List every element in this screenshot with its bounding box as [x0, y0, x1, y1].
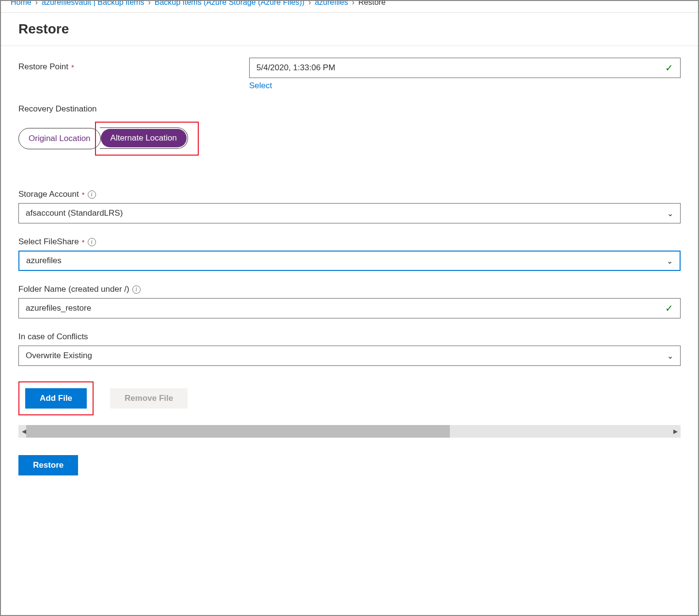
highlight-alternate-location: Alternate Location [95, 122, 199, 156]
highlight-add-file: Add File [18, 381, 94, 415]
storage-account-label: Storage Account [18, 190, 79, 199]
recovery-destination-label: Recovery Destination [18, 104, 681, 114]
folder-name-label: Folder Name (created under /) [18, 284, 129, 294]
restore-point-input[interactable]: 5/4/2020, 1:33:06 PM ✓ [249, 58, 681, 78]
restore-button[interactable]: Restore [18, 455, 78, 475]
breadcrumb-current: Restore [358, 0, 385, 7]
info-icon[interactable]: i [132, 285, 141, 294]
select-link[interactable]: Select [249, 81, 272, 91]
scrollbar-thumb[interactable] [26, 425, 450, 438]
conflicts-dropdown[interactable]: Overwrite Existing ⌄ [18, 346, 681, 366]
breadcrumb-link-backup-items[interactable]: Backup Items (Azure Storage (Azure Files… [155, 0, 304, 7]
breadcrumb: Home › azurefilesvault | Backup items › … [1, 0, 698, 13]
breadcrumb-link-home[interactable]: Home [11, 0, 32, 7]
remove-file-button: Remove File [110, 388, 188, 409]
info-icon[interactable]: i [88, 190, 96, 199]
toggle-alternate-location[interactable]: Alternate Location [101, 129, 187, 147]
toggle-original-location[interactable]: Original Location [19, 128, 100, 149]
required-mark: * [82, 190, 85, 199]
chevron-right-icon: › [308, 0, 311, 7]
info-icon[interactable]: i [88, 238, 96, 246]
checkmark-icon: ✓ [665, 302, 673, 314]
folder-name-value: azurefiles_restore [26, 303, 91, 313]
checkmark-icon: ✓ [665, 62, 673, 74]
fileshare-value: azurefiles [26, 256, 62, 266]
fileshare-label: Select FileShare [18, 237, 79, 247]
breadcrumb-link-vault[interactable]: azurefilesvault | Backup items [42, 0, 144, 7]
recovery-destination-toggle[interactable]: Original Location [18, 128, 101, 149]
page-title: Restore [1, 13, 698, 46]
required-mark: * [71, 63, 74, 71]
chevron-down-icon: ⌄ [667, 256, 673, 266]
breadcrumb-link-azurefiles[interactable]: azurefiles [315, 0, 348, 7]
scroll-right-icon[interactable]: ▶ [670, 425, 681, 438]
chevron-down-icon: ⌄ [667, 351, 673, 361]
storage-account-dropdown[interactable]: afsaccount (StandardLRS) ⌄ [18, 203, 681, 223]
conflicts-label: In case of Conflicts [18, 332, 88, 342]
add-file-button[interactable]: Add File [25, 388, 87, 409]
chevron-right-icon: › [35, 0, 38, 7]
chevron-right-icon: › [352, 0, 354, 7]
required-mark: * [82, 238, 85, 246]
restore-point-label: Restore Point [18, 62, 68, 72]
chevron-right-icon: › [148, 0, 150, 7]
folder-name-input[interactable]: azurefiles_restore ✓ [18, 298, 681, 318]
restore-point-value: 5/4/2020, 1:33:06 PM [256, 63, 335, 73]
chevron-down-icon: ⌄ [667, 209, 673, 218]
conflicts-value: Overwrite Existing [26, 351, 92, 361]
horizontal-scrollbar[interactable]: ◀ ▶ [18, 425, 681, 438]
fileshare-dropdown[interactable]: azurefiles ⌄ [18, 251, 681, 271]
storage-account-value: afsaccount (StandardLRS) [26, 208, 123, 218]
